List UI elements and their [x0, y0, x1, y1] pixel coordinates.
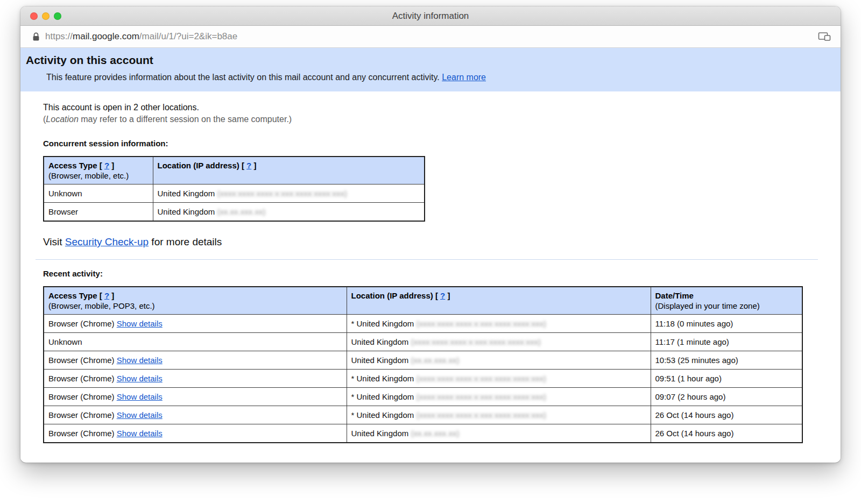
show-details-link[interactable]: Show details — [117, 429, 163, 438]
access-type-cell: Browser (Chrome) Show details — [44, 406, 347, 424]
access-type-cell: Browser (Chrome) Show details — [44, 351, 347, 370]
location-cell: United Kingdom (xx.xx.xxx.xx) — [347, 351, 651, 370]
banner-description: This feature provides information about … — [46, 73, 830, 82]
location-cell: United Kingdom (xxxx:xxxx:xxxx:x:xxx:xxx… — [347, 333, 651, 351]
datetime-value: 10:53 (25 minutes ago) — [655, 356, 738, 365]
datetime-cell: 11:18 (0 minutes ago) — [651, 315, 802, 333]
access-type-value: Browser (Chrome) — [48, 392, 115, 401]
redacted-ip-address: (xx.xx.xxx.xx) — [411, 429, 459, 438]
concurrent-session-table: Access Type [ ? ] (Browser, mobile, etc.… — [43, 156, 425, 222]
access-type-cell: Browser (Chrome) Show details — [44, 370, 347, 388]
section-divider — [36, 259, 818, 260]
redacted-ip-address: (xxxx:xxxx:xxxx:x:xxx:xxxx:xxxx:xxx) — [411, 337, 541, 346]
header-bracket: ] — [109, 161, 114, 170]
access-type-value: Browser (Chrome) — [48, 356, 115, 365]
location-cell: United Kingdom (xxxx:xxxx:xxxx:x:xxx:xxx… — [153, 184, 425, 203]
session-row: Browser United Kingdom (xx.xx.xxx.xx) — [44, 203, 425, 222]
help-link[interactable]: ? — [104, 161, 109, 170]
header-label: Location (IP address) [ — [158, 161, 247, 170]
location-cell: * United Kingdom (xxxx:xxxx:xxxx:x:xxx:x… — [347, 370, 651, 388]
access-type-cell: Unknown — [44, 184, 153, 203]
access-type-cell: Unknown — [44, 333, 347, 351]
show-details-link[interactable]: Show details — [117, 356, 163, 365]
datetime-value: 11:18 (0 minutes ago) — [655, 319, 733, 328]
show-details-link[interactable]: Show details — [117, 374, 163, 383]
access-type-value: Unknown — [48, 189, 82, 198]
recent-activity-table: Access Type [ ? ] (Browser, mobile, POP3… — [43, 286, 803, 443]
location-cell: * United Kingdom (xxxx:xxxx:xxxx:x:xxx:x… — [347, 388, 651, 406]
redacted-ip-address: (xx.xx.xxx.xx) — [217, 207, 265, 216]
access-type-cell: Browser (Chrome) Show details — [44, 388, 347, 406]
header-bracket: ] — [109, 291, 114, 300]
datetime-cell: 26 Oct (14 hours ago) — [651, 406, 802, 424]
location-value: United Kingdom — [158, 189, 215, 198]
access-type-value: Browser (Chrome) — [48, 374, 115, 383]
header-label: Access Type [ — [48, 291, 104, 300]
url-text: https://mail.google.com/mail/u/1/?ui=2&i… — [45, 31, 237, 42]
open-locations-text: This account is open in 2 other location… — [43, 103, 818, 112]
header-sublabel: (Displayed in your time zone) — [655, 301, 798, 310]
header-label: Access Type [ — [48, 161, 104, 170]
redacted-ip-address: (xxxx:xxxx:xxxx:x:xxx:xxxx:xxxx:xxx) — [217, 189, 347, 198]
url-domain: mail.google.com — [73, 31, 139, 41]
activity-row: Browser (Chrome) Show details * United K… — [44, 388, 802, 406]
activity-row: Browser (Chrome) Show details United Kin… — [44, 351, 802, 370]
show-details-link[interactable]: Show details — [117, 319, 163, 328]
datetime-cell: 11:17 (1 minute ago) — [651, 333, 802, 351]
banner-description-text: This feature provides information about … — [46, 73, 440, 82]
help-link[interactable]: ? — [440, 291, 445, 300]
help-link[interactable]: ? — [104, 291, 109, 300]
datetime-value: 26 Oct (14 hours ago) — [655, 410, 734, 420]
redacted-ip-address: (xxxx:xxxx:xxxx:x:xxx:xxxx:xxxx:xxx) — [416, 392, 546, 401]
location-value: United Kingdom — [351, 356, 409, 365]
location-cell: United Kingdom (xx.xx.xxx.xx) — [347, 424, 651, 443]
concurrent-session-heading: Concurrent session information: — [43, 139, 818, 148]
table-header-row: Access Type [ ? ] (Browser, mobile, etc.… — [44, 157, 425, 184]
window-titlebar: Activity information — [20, 6, 841, 26]
location-value: United Kingdom — [158, 207, 215, 216]
security-checkup-link[interactable]: Security Check-up — [65, 236, 149, 247]
redacted-ip-address: (xx.xx.xxx.xx) — [411, 356, 459, 365]
datetime-value: 09:07 (2 hours ago) — [655, 392, 726, 401]
show-details-link[interactable]: Show details — [117, 392, 163, 401]
location-value: United Kingdom — [351, 429, 409, 438]
location-value: * United Kingdom — [351, 319, 414, 328]
location-cell: United Kingdom (xx.xx.xxx.xx) — [153, 203, 425, 222]
access-type-value: Browser — [48, 207, 78, 216]
address-bar[interactable]: https://mail.google.com/mail/u/1/?ui=2&i… — [20, 26, 841, 48]
datetime-cell: 10:53 (25 minutes ago) — [651, 351, 802, 370]
activity-row: Unknown United Kingdom (xxxx:xxxx:xxxx:x… — [44, 333, 802, 351]
datetime-cell: 09:07 (2 hours ago) — [651, 388, 802, 406]
activity-banner: Activity on this account This feature pr… — [20, 48, 841, 91]
column-header-location: Location (IP address) [ ? ] — [347, 287, 651, 315]
header-sublabel: (Browser, mobile, etc.) — [48, 171, 149, 180]
visit-text: Visit — [43, 236, 65, 247]
header-label: Location (IP address) [ — [351, 291, 441, 300]
session-row: Unknown United Kingdom (xxxx:xxxx:xxxx:x… — [44, 184, 425, 203]
note-location-word: Location — [46, 115, 79, 124]
access-type-value: Browser (Chrome) — [48, 429, 115, 438]
redacted-ip-address: (xxxx:xxxx:xxxx:x:xxx:xxxx:xxxx:xxx) — [416, 410, 546, 420]
access-type-cell: Browser — [44, 203, 153, 222]
note-rest-text: may refer to a different session on the … — [79, 115, 292, 124]
datetime-value: 11:17 (1 minute ago) — [655, 337, 729, 346]
access-type-value: Unknown — [48, 337, 82, 346]
access-type-value: Browser (Chrome) — [48, 410, 115, 420]
datetime-cell: 26 Oct (14 hours ago) — [651, 424, 802, 443]
datetime-value: 26 Oct (14 hours ago) — [655, 429, 734, 438]
column-header-datetime: Date/Time (Displayed in your time zone) — [651, 287, 802, 315]
location-value: * United Kingdom — [351, 392, 414, 401]
redacted-ip-address: (xxxx:xxxx:xxxx:x:xxx:xxxx:xxxx:xxx) — [416, 319, 546, 328]
lock-icon — [32, 32, 40, 41]
location-value: * United Kingdom — [351, 374, 414, 383]
window-title: Activity information — [20, 6, 841, 26]
datetime-value: 09:51 (1 hour ago) — [655, 374, 722, 383]
learn-more-link[interactable]: Learn more — [442, 73, 486, 82]
tab-overview-icon[interactable] — [818, 32, 831, 41]
browser-window: Activity information https://mail.google… — [20, 6, 841, 463]
show-details-link[interactable]: Show details — [117, 410, 163, 420]
table-header-row: Access Type [ ? ] (Browser, mobile, POP3… — [44, 287, 802, 315]
help-link[interactable]: ? — [246, 161, 251, 170]
header-label: Date/Time — [655, 291, 798, 300]
details-text: for more details — [149, 236, 222, 247]
